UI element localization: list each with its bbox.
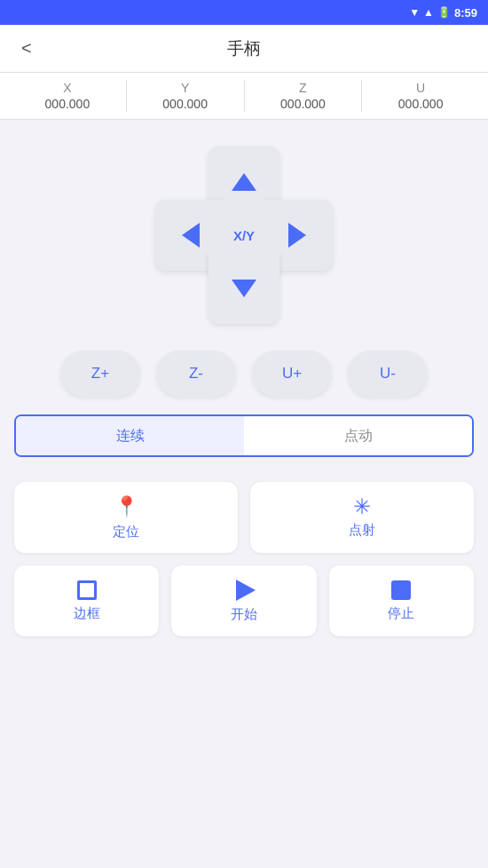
z-plus-button[interactable]: Z+ [60,351,140,397]
stop-button[interactable]: 停止 [329,565,474,636]
dpad-center-label: X/Y [233,228,255,243]
continuous-mode-button[interactable]: 连续 [16,416,244,455]
signal-icon: ▲ [423,6,434,19]
dpad: X/Y [155,146,333,324]
action-row-1: 📍 定位 点射 [14,482,474,553]
coord-y-label: Y [181,81,189,95]
dpad-section: X/Y [0,120,488,342]
coord-x: X 000.000 [9,81,126,111]
up-arrow-icon [232,173,256,191]
mode-toggle: 连续 点动 [14,414,474,457]
coord-z-label: Z [299,81,307,95]
wifi-icon: ▼ [409,6,420,19]
coord-u-label: U [416,81,425,95]
stop-label: 停止 [388,605,414,622]
play-icon [236,580,256,601]
action-row-2: 边框 开始 停止 [14,565,474,636]
header: < 手柄 [0,25,488,73]
locate-label: 定位 [113,524,139,541]
status-icons: ▼ ▲ 🔋 8:59 [409,6,477,20]
coord-u: U 000.000 [362,81,479,111]
jog-mode-button[interactable]: 点动 [244,416,472,455]
right-arrow-icon [288,223,306,248]
dpad-center-button[interactable]: X/Y [209,200,279,271]
u-plus-button[interactable]: U+ [252,351,332,397]
start-button[interactable]: 开始 [171,565,316,636]
coord-u-value: 000.000 [398,97,444,111]
status-bar: ▼ ▲ 🔋 8:59 [0,0,488,25]
coord-x-value: 000.000 [45,97,91,111]
page-title: 手柄 [227,37,261,60]
control-buttons: Z+ Z- U+ U- [0,342,488,414]
left-arrow-icon [182,223,200,248]
coord-y: Y 000.000 [127,81,244,111]
status-time: 8:59 [454,6,477,20]
coord-y-value: 000.000 [162,97,208,111]
coords-bar: X 000.000 Y 000.000 Z 000.000 U 000.000 [0,73,488,120]
u-minus-button[interactable]: U- [348,351,428,397]
shoot-button[interactable]: 点射 [250,482,474,553]
start-label: 开始 [231,606,257,623]
shoot-icon [352,497,372,517]
locate-button[interactable]: 📍 定位 [14,482,238,553]
coord-z: Z 000.000 [245,81,362,111]
battery-icon: 🔋 [437,6,451,19]
back-button[interactable]: < [14,35,39,62]
location-icon: 📍 [114,495,138,518]
down-arrow-icon [232,280,256,297]
stop-icon [391,580,411,600]
coord-x-label: X [63,81,71,95]
border-label: 边框 [74,605,100,622]
dpad-cross: X/Y [155,146,333,324]
shoot-label: 点射 [349,522,375,539]
border-icon [77,580,97,600]
action-section: 📍 定位 点射 边框 开始 停止 [0,457,488,651]
z-minus-button[interactable]: Z- [156,351,236,397]
border-button[interactable]: 边框 [14,565,159,636]
coord-z-value: 000.000 [280,97,326,111]
